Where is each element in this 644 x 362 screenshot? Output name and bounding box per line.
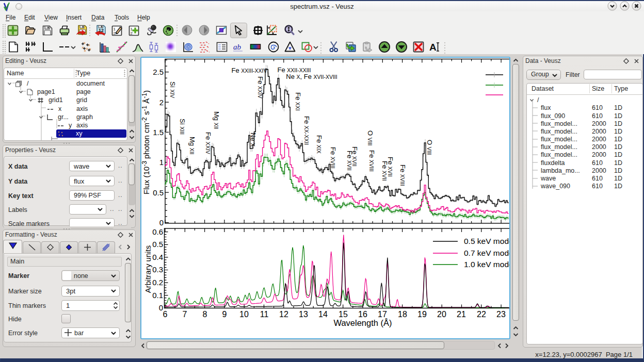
svg-text:Fe XXIII-XXIV: Fe XXIII-XXIV — [232, 67, 267, 74]
svg-text:0.2: 0.2 — [152, 278, 163, 287]
svg-text:A: A — [429, 42, 437, 53]
svg-text:1: 1 — [159, 158, 164, 167]
svg-text:Fe XVIII: Fe XVIII — [399, 164, 407, 186]
svg-text:2.5: 2.5 — [153, 68, 164, 76]
svg-text:Fe XX-XXII: Fe XX-XXII — [303, 116, 311, 145]
svg-text:2: 2 — [131, 31, 133, 36]
svg-text:16: 16 — [358, 310, 367, 319]
svg-text:10: 10 — [239, 310, 249, 319]
svg-text:Fe XXIV: Fe XXIV — [256, 76, 264, 98]
svg-text:9: 9 — [222, 310, 227, 319]
svg-text:0.5: 0.5 — [152, 240, 163, 249]
svg-text:0.3: 0.3 — [152, 265, 163, 274]
svg-text:0.7 keV model: 0.7 keV model — [464, 249, 509, 257]
svg-text:Fe XXI: Fe XXI — [294, 92, 302, 111]
svg-text:O VIII: O VIII — [366, 130, 374, 146]
svg-text:13: 13 — [299, 310, 308, 319]
svg-text:15: 15 — [339, 310, 348, 319]
svg-text:23: 23 — [496, 310, 506, 319]
svg-text:11: 11 — [260, 310, 269, 319]
svg-text:0.4: 0.4 — [152, 253, 163, 261]
svg-text:Ne X: Ne X — [249, 133, 257, 146]
svg-text:Mg XII: Mg XII — [188, 137, 196, 155]
svg-text:Fe XVIII: Fe XVIII — [329, 147, 337, 169]
svg-text:14: 14 — [318, 310, 328, 319]
svg-text:0.5: 0.5 — [153, 188, 164, 197]
svg-text:22: 22 — [477, 310, 486, 319]
svg-text:2: 2 — [159, 98, 164, 107]
svg-text:Fe XVII: Fe XVII — [351, 146, 359, 167]
svg-text:Fe XVIII: Fe XVIII — [368, 150, 376, 172]
svg-text:17: 17 — [378, 310, 387, 319]
svg-text:ab: ab — [233, 43, 242, 51]
svg-text:6: 6 — [163, 310, 168, 319]
svg-text:Si XIII: Si XIII — [179, 119, 186, 135]
svg-text:20: 20 — [437, 310, 446, 319]
svg-text:8: 8 — [203, 310, 207, 319]
svg-text:O VIII: O VIII — [426, 140, 433, 155]
svg-text:Ne X, Fe XVII-XVIII: Ne X, Fe XVII-XVIII — [286, 73, 337, 80]
svg-text:0.6: 0.6 — [152, 227, 163, 236]
svg-text:Arbitrary units: Arbitrary units — [143, 245, 152, 293]
svg-text:18: 18 — [398, 310, 407, 319]
svg-text:0.1: 0.1 — [152, 291, 163, 300]
svg-text:0: 0 — [159, 218, 164, 227]
svg-text:Mg XII: Mg XII — [213, 111, 220, 129]
svg-text:Fe XVII: Fe XVII — [387, 157, 394, 177]
svg-text:1.0 keV model: 1.0 keV model — [464, 260, 509, 269]
svg-text:12: 12 — [279, 310, 288, 319]
svg-text:0.5 keV model: 0.5 keV model — [464, 237, 509, 245]
svg-text:2: 2 — [114, 31, 116, 36]
svg-text:1.5: 1.5 — [153, 128, 164, 137]
svg-text:Si XIV: Si XIV — [169, 81, 176, 98]
svg-text:19: 19 — [417, 310, 427, 319]
svg-text:Flux (10-3 photon cm-2 s-1 Å-1: Flux (10-3 photon cm-2 s-1 Å-1) — [141, 90, 151, 194]
svg-text:Fe XIX: Fe XIX — [315, 135, 323, 154]
svg-text:Wavelength (Å): Wavelength (Å) — [333, 318, 392, 327]
svg-text:21: 21 — [457, 310, 466, 319]
svg-text:Fe XXIV: Fe XXIV — [204, 132, 212, 154]
svg-text:7: 7 — [183, 310, 187, 319]
